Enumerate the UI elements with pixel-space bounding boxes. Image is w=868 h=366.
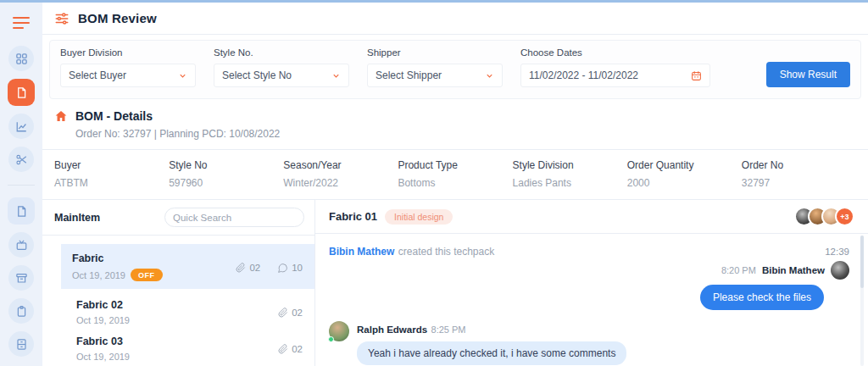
avatar[interactable] bbox=[831, 261, 849, 280]
chat-header: Fabric 01 Initial design +3 bbox=[315, 200, 868, 234]
item-name: Fabric 02 bbox=[76, 299, 130, 311]
scissors-icon bbox=[15, 153, 28, 166]
chat-scrollbar-thumb[interactable] bbox=[860, 236, 864, 288]
show-result-button[interactable]: Show Result bbox=[766, 62, 850, 87]
chat-body: Bibin Mathew created this techpack 12:39… bbox=[315, 234, 868, 366]
list-item-fabric-selected[interactable]: Fabric Oct 19, 2019 OFF 02 bbox=[61, 244, 314, 289]
attr-product-type: Product Type Bottoms bbox=[398, 159, 512, 189]
page-header: BOM Review bbox=[42, 3, 868, 35]
chevron-down-icon bbox=[178, 71, 187, 80]
tv-icon bbox=[15, 239, 28, 252]
order-attributes-row: Buyer ATBTM Style No 597960 Season/Year … bbox=[42, 150, 868, 200]
system-message-text: created this techpack bbox=[398, 246, 494, 258]
attr-buyer: Buyer ATBTM bbox=[54, 159, 169, 189]
sidebar-item-archive[interactable] bbox=[8, 265, 34, 291]
main-area: BOM Review Buyer Division Select Buyer S… bbox=[42, 3, 868, 366]
page-title: BOM Review bbox=[78, 11, 157, 25]
fabric-item-list: Fabric Oct 19, 2019 OFF 02 bbox=[42, 236, 314, 366]
date-range-input[interactable]: 11/02/2022 - 11/02/2022 bbox=[520, 64, 710, 87]
sidebar-item-files[interactable] bbox=[8, 197, 35, 225]
attr-style-division: Style Division Ladies Pants bbox=[513, 159, 627, 189]
item-date: Oct 19, 2019 bbox=[76, 315, 130, 325]
chat-timestamp: 12:39 bbox=[825, 247, 849, 257]
item-name: Fabric 03 bbox=[76, 336, 130, 347]
quick-search-input[interactable] bbox=[173, 213, 303, 223]
filter-buyer-division: Buyer Division Select Buyer bbox=[60, 47, 196, 87]
status-badge-off: OFF bbox=[131, 269, 163, 281]
choose-dates-label: Choose Dates bbox=[520, 47, 710, 58]
attachment-count[interactable]: 02 bbox=[236, 254, 260, 281]
message-bubble: Yeah i have already checked it, i have s… bbox=[357, 341, 626, 365]
item-date: Oct 19, 2019 bbox=[76, 352, 130, 362]
participants-avatar-stack[interactable]: +3 bbox=[800, 207, 854, 226]
system-message-author[interactable]: Bibin Mathew bbox=[329, 246, 394, 258]
workspace: MainItem Fabric Oct 19, 2019 bbox=[42, 200, 868, 366]
quick-search[interactable] bbox=[164, 208, 304, 227]
paperclip-icon bbox=[278, 308, 288, 318]
filter-style-no: Style No. Select Style No bbox=[214, 47, 349, 87]
attr-label: Order No bbox=[742, 159, 856, 171]
attr-label: Style No bbox=[169, 159, 283, 171]
online-status-dot bbox=[328, 336, 334, 342]
drawer-cabinet-icon bbox=[15, 338, 28, 351]
dashboard-grid-icon bbox=[15, 53, 28, 65]
sliders-icon bbox=[54, 11, 70, 26]
attr-season-year: Season/Year Winter/2022 bbox=[283, 159, 398, 189]
attr-label: Product Type bbox=[398, 159, 512, 171]
attachment-count[interactable]: 02 bbox=[278, 336, 303, 362]
main-item-panel: MainItem Fabric Oct 19, 2019 bbox=[42, 200, 315, 366]
attr-order-no: Order No 32797 bbox=[742, 159, 856, 189]
chevron-down-icon bbox=[485, 71, 494, 80]
list-item-fabric-02[interactable]: Fabric 02 Oct 19, 2019 02 bbox=[76, 299, 303, 325]
sidebar-item-media[interactable] bbox=[8, 232, 34, 258]
sidebar-item-tasks[interactable] bbox=[8, 298, 34, 324]
chevron-down-icon bbox=[331, 71, 341, 80]
initial-design-badge: Initial design bbox=[385, 209, 453, 225]
chat-scrollbar[interactable] bbox=[860, 236, 864, 366]
attachment-count[interactable]: 02 bbox=[278, 299, 303, 325]
sidebar-item-dashboard[interactable] bbox=[8, 46, 34, 71]
list-item-fabric-03[interactable]: Fabric 03 Oct 19, 2019 02 bbox=[76, 336, 303, 362]
buyer-division-select[interactable]: Select Buyer bbox=[60, 64, 196, 87]
main-item-title: MainItem bbox=[54, 212, 100, 224]
system-message: Bibin Mathew created this techpack 12:39 bbox=[329, 243, 849, 258]
paperclip-icon bbox=[278, 344, 288, 354]
archive-box-icon bbox=[15, 272, 28, 285]
message-author: Bibin Mathew bbox=[762, 265, 825, 275]
sidebar bbox=[0, 3, 42, 366]
sidebar-divider bbox=[8, 185, 35, 186]
shipper-value: Select Shipper bbox=[376, 69, 485, 81]
message-incoming: Ralph Edwards 8:25 PM Yeah i have alread… bbox=[329, 321, 849, 365]
buyer-division-value: Select Buyer bbox=[69, 69, 178, 81]
comment-count[interactable]: 10 bbox=[277, 254, 303, 281]
filter-shipper: Shipper Select Shipper bbox=[367, 47, 503, 87]
chat-panel: Fabric 01 Initial design +3 Bibin Mathew… bbox=[315, 200, 868, 366]
message-bubble: Please check the files bbox=[700, 285, 824, 310]
sidebar-item-cutting[interactable] bbox=[8, 147, 34, 172]
comment-count-value: 10 bbox=[292, 263, 303, 273]
style-no-select[interactable]: Select Style No bbox=[214, 64, 349, 87]
attachment-count-value: 02 bbox=[292, 344, 303, 354]
shipper-select[interactable]: Select Shipper bbox=[367, 64, 503, 87]
home-icon bbox=[54, 109, 68, 123]
shipper-label: Shipper bbox=[367, 47, 503, 58]
menu-icon[interactable] bbox=[13, 14, 30, 32]
sidebar-item-bom-documents[interactable] bbox=[8, 79, 35, 106]
sidebar-item-storage[interactable] bbox=[8, 331, 34, 357]
attr-label: Style Division bbox=[513, 159, 627, 171]
attr-label: Season/Year bbox=[283, 159, 398, 171]
attr-value: Bottoms bbox=[398, 177, 512, 189]
more-participants-badge[interactable]: +3 bbox=[835, 207, 854, 226]
item-date: Oct 19, 2019 bbox=[72, 270, 125, 280]
comment-icon bbox=[277, 263, 288, 274]
sidebar-item-analytics[interactable] bbox=[8, 114, 34, 139]
message-time: 8:25 PM bbox=[431, 324, 466, 335]
attr-value: Winter/2022 bbox=[283, 177, 398, 189]
avatar[interactable] bbox=[329, 321, 349, 341]
bom-details-header: BOM - Details Order No: 32797 | Planning… bbox=[42, 99, 868, 150]
attachment-count-value: 02 bbox=[249, 263, 260, 273]
calendar-icon bbox=[691, 70, 702, 81]
paperclip-icon bbox=[236, 263, 246, 273]
file-icon bbox=[15, 205, 28, 218]
line-chart-icon bbox=[15, 120, 28, 133]
